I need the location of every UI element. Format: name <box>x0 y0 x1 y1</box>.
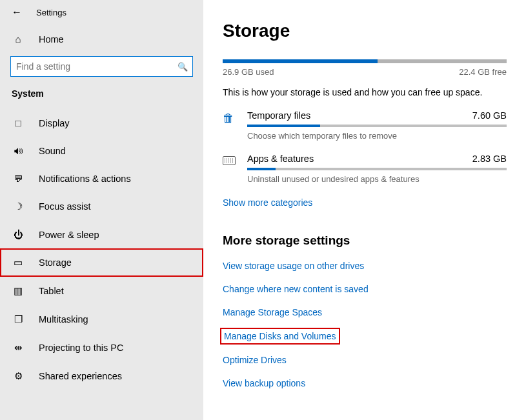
projecting-icon: ⇹ <box>12 342 25 354</box>
header-title: Settings <box>36 8 66 17</box>
sidebar-item-focus-assist[interactable]: ☽ Focus assist <box>0 192 203 221</box>
nav-group-header: System <box>0 88 203 109</box>
sidebar-item-label: Sound <box>39 146 66 156</box>
sidebar-item-shared-experiences[interactable]: ⚙ Shared experiences <box>0 362 203 390</box>
sidebar-item-storage[interactable]: ▭ Storage <box>0 248 203 277</box>
storage-usage-fill <box>223 59 378 63</box>
search-icon: 🔍 <box>177 62 188 72</box>
category-title: Temporary files <box>247 110 310 121</box>
category-apps-features[interactable]: Apps & features 2.83 GB Uninstall unused… <box>223 154 507 184</box>
sidebar-item-sound[interactable]: 🔊︎ Sound <box>0 137 203 165</box>
sidebar-item-label: Storage <box>39 257 72 268</box>
category-title: Apps & features <box>247 154 314 164</box>
sidebar-item-label: Projecting to this PC <box>39 343 123 353</box>
storage-free-label: 22.4 GB free <box>459 67 507 77</box>
sidebar: ← Settings ⌂ Home 🔍 System □ Display 🔊︎ … <box>0 0 203 420</box>
sidebar-item-label: Shared experiences <box>39 371 122 381</box>
sidebar-item-multitasking[interactable]: ❐ Multitasking <box>0 305 203 334</box>
storage-description: This is how your storage is used and how… <box>223 87 507 97</box>
sidebar-item-notifications[interactable]: 💬︎ Notifications & actions <box>0 165 203 192</box>
sidebar-item-label: Power & sleep <box>39 230 99 240</box>
storage-icon: ▭ <box>12 257 25 268</box>
display-icon: □ <box>12 117 25 128</box>
link-manage-storage-spaces[interactable]: Manage Storage Spaces <box>223 307 507 317</box>
trash-icon: 🗑︎ <box>223 110 239 125</box>
sidebar-header: ← Settings <box>0 0 203 28</box>
storage-used-label: 26.9 GB used <box>223 67 274 77</box>
sidebar-item-label: Multitasking <box>39 314 88 325</box>
home-icon: ⌂ <box>12 34 25 45</box>
shared-experiences-icon: ⚙ <box>12 370 25 382</box>
back-arrow-icon[interactable]: ← <box>12 6 25 18</box>
link-view-backup-options[interactable]: View backup options <box>223 378 507 388</box>
category-size: 7.60 GB <box>472 110 507 121</box>
focus-assist-icon: ☽ <box>12 201 25 212</box>
category-sub: Uninstall unused or undesired apps & fea… <box>247 174 507 184</box>
sidebar-item-tablet[interactable]: ▥ Tablet <box>0 277 203 305</box>
sidebar-item-label: Focus assist <box>39 201 91 212</box>
link-optimize-drives[interactable]: Optimize Drives <box>223 355 507 365</box>
sidebar-item-projecting[interactable]: ⇹ Projecting to this PC <box>0 334 203 362</box>
keyboard-icon <box>223 154 239 168</box>
main-content: Storage 26.9 GB used 22.4 GB free This i… <box>203 0 526 420</box>
sound-icon: 🔊︎ <box>12 145 25 156</box>
tablet-icon: ▥ <box>12 285 25 297</box>
page-title: Storage <box>223 21 507 41</box>
category-sub: Choose which temporary files to remove <box>247 131 507 141</box>
nav-home[interactable]: ⌂ Home <box>0 28 203 50</box>
notifications-icon: 💬︎ <box>12 173 25 184</box>
nav-home-label: Home <box>39 34 64 45</box>
category-temporary-files[interactable]: 🗑︎ Temporary files 7.60 GB Choose which … <box>223 110 507 141</box>
search-box: 🔍 <box>10 56 193 77</box>
sidebar-item-power-sleep[interactable]: ⏻ Power & sleep <box>0 221 203 248</box>
multitasking-icon: ❐ <box>12 314 25 325</box>
storage-labels: 26.9 GB used 22.4 GB free <box>223 67 507 77</box>
sidebar-item-label: Display <box>39 118 70 128</box>
link-view-storage-other-drives[interactable]: View storage usage on other drives <box>223 261 507 271</box>
sidebar-item-label: Tablet <box>39 286 64 296</box>
category-size: 2.83 GB <box>472 154 507 164</box>
search-input[interactable] <box>10 56 193 77</box>
sidebar-item-label: Notifications & actions <box>39 174 131 184</box>
link-change-new-content[interactable]: Change where new content is saved <box>223 284 507 294</box>
show-more-categories-link[interactable]: Show more categories <box>223 197 312 208</box>
sidebar-item-display[interactable]: □ Display <box>0 109 203 137</box>
storage-usage-bar <box>223 59 507 63</box>
more-settings-title: More storage settings <box>223 234 507 248</box>
power-icon: ⏻ <box>12 229 25 240</box>
link-manage-disks-volumes[interactable]: Manage Disks and Volumes <box>223 330 338 342</box>
